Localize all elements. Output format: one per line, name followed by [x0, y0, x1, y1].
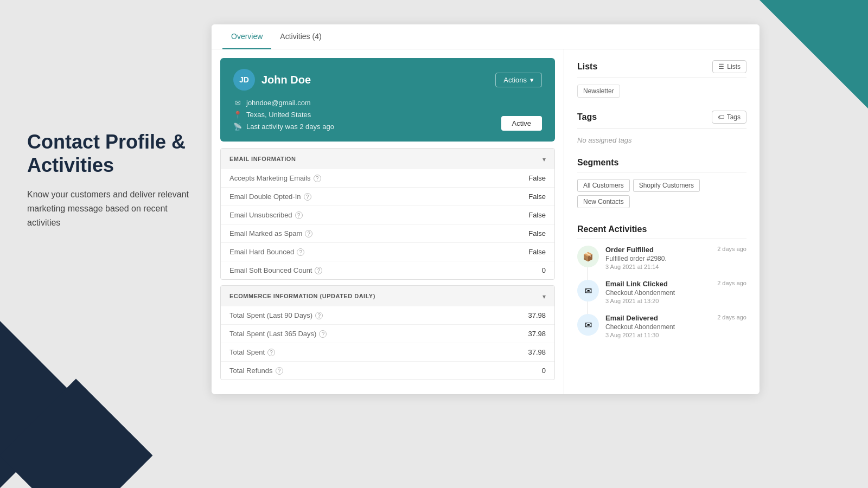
segment-badge[interactable]: All Customers [577, 179, 630, 192]
table-row: Accepts Marketing Emails ? False [221, 169, 554, 188]
hint-icon: ? [319, 330, 327, 338]
tags-btn-label: Tags [727, 113, 741, 121]
decorative-top-right [760, 0, 868, 108]
info-label: Total Refunds ? [229, 367, 283, 375]
activity-time: 2 days ago [717, 246, 746, 252]
activity-date: 3 Aug 2021 at 21:14 [605, 264, 746, 270]
info-value: 37.98 [528, 330, 546, 338]
activity-type-icon: 📦 [577, 246, 599, 267]
table-row: Email Double Opted-In ? False [221, 188, 554, 206]
activity-title: Order Fulfilled [605, 246, 654, 254]
segment-badge[interactable]: Shopify Customers [633, 179, 700, 192]
activity-item: ✉ Email Link Clicked 2 days ago Checkout… [577, 280, 746, 304]
activity-type-icon: ✉ [577, 280, 599, 301]
info-value: 37.98 [528, 311, 546, 319]
tags-button[interactable]: 🏷 Tags [712, 111, 746, 124]
info-label: Total Spent ? [229, 348, 275, 356]
info-label: Email Soft Bounced Count ? [229, 266, 322, 274]
profile-name-row: JD John Doe [233, 69, 311, 91]
chevron-down-icon: ▾ [530, 76, 534, 84]
activity-item: 📦 Order Fulfilled 2 days ago Fulfilled o… [577, 246, 746, 270]
table-row: Total Spent (Last 90 Days) ? 37.98 [221, 306, 554, 325]
actions-button[interactable]: Actions ▾ [495, 73, 542, 87]
list-item[interactable]: Newsletter [577, 85, 620, 98]
info-label: Total Spent (Last 365 Days) ? [229, 330, 327, 338]
profile-location-row: 📍 Texas, United States [233, 110, 542, 119]
table-row: Email Unsubscribed ? False [221, 206, 554, 224]
info-value: False [528, 229, 546, 237]
email-info-section: EMAIL INFORMATION Accepts Marketing Emai… [220, 148, 555, 280]
hint-icon: ? [304, 193, 311, 201]
activity-content: Email Delivered 2 days ago Checkout Abon… [605, 314, 746, 338]
activity-type-icon: ✉ [577, 314, 599, 336]
lists-btn-label: Lists [727, 63, 741, 70]
tags-section: Tags 🏷 Tags No assigned tags [577, 111, 746, 145]
email-info-title: EMAIL INFORMATION [229, 156, 296, 162]
ecommerce-info-header[interactable]: ECOMMERCE INFORMATION (UPDATED DAILY) [221, 286, 554, 306]
profile-card: JD John Doe Actions ▾ ✉ johndoe@gmail.co… [220, 58, 555, 142]
activity-subtitle: Fulfilled order #2980. [605, 255, 746, 262]
activity-header: Order Fulfilled 2 days ago [605, 246, 746, 254]
left-panel: Contact Profile & Activities Know your c… [27, 130, 201, 229]
activity-time: 2 days ago [717, 314, 746, 320]
hint-icon: ? [276, 367, 283, 375]
left-panel-description: Know your customers and deliver relevant… [27, 188, 201, 229]
activity-content: Order Fulfilled 2 days ago Fulfilled ord… [605, 246, 746, 270]
ecommerce-info-title: ECOMMERCE INFORMATION (UPDATED DAILY) [229, 293, 375, 299]
hint-icon: ? [314, 175, 321, 182]
info-label: Email Hard Bounced ? [229, 248, 304, 256]
info-label: Email Double Opted-In ? [229, 192, 311, 201]
segment-badge[interactable]: New Contacts [577, 195, 630, 208]
segments-title: Segments [577, 158, 618, 168]
tags-header: Tags 🏷 Tags [577, 111, 746, 129]
info-value: False [528, 174, 546, 182]
avatar: JD [233, 69, 255, 91]
profile-email-row: ✉ johndoe@gmail.com [233, 98, 542, 107]
profile-last-activity: Last activity was 2 days ago [246, 123, 334, 131]
tab-overview[interactable]: Overview [222, 24, 271, 49]
left-content: JD John Doe Actions ▾ ✉ johndoe@gmail.co… [212, 49, 564, 394]
ecommerce-info-chevron [542, 291, 546, 301]
activity-item: ✉ Email Delivered 2 days ago Checkout Ab… [577, 314, 746, 338]
info-label: Accepts Marketing Emails ? [229, 174, 321, 182]
lists-header: Lists ☰ Lists [577, 60, 746, 78]
hint-icon: ? [315, 267, 322, 274]
right-sidebar: Lists ☰ Lists Newsletter Tags 🏷 Tags [564, 49, 760, 394]
main-content: Overview Activities (4) JD John Doe Acti… [212, 24, 760, 394]
content-layout: JD John Doe Actions ▾ ✉ johndoe@gmail.co… [212, 49, 760, 394]
activity-date: 3 Aug 2021 at 11:30 [605, 332, 746, 338]
list-icon: ☰ [718, 63, 724, 70]
info-label: Email Unsubscribed ? [229, 211, 303, 219]
lists-section: Lists ☰ Lists Newsletter [577, 60, 746, 98]
info-label: Total Spent (Last 90 Days) ? [229, 311, 323, 319]
recent-activities-header: Recent Activities [577, 224, 746, 239]
table-row: Email Marked as Spam ? False [221, 224, 554, 243]
hint-icon: ? [305, 230, 312, 237]
lists-button[interactable]: ☰ Lists [712, 60, 746, 73]
info-value: 0 [542, 266, 546, 274]
activity-icon: 📡 [233, 122, 242, 131]
segments-items: All CustomersShopify CustomersNew Contac… [577, 179, 746, 211]
recent-activities-title: Recent Activities [577, 224, 647, 234]
hint-icon: ? [315, 312, 323, 319]
activity-header: Email Delivered 2 days ago [605, 314, 746, 322]
no-tags-text: No assigned tags [577, 136, 631, 144]
info-value: 37.98 [528, 348, 546, 356]
hint-icon: ? [297, 248, 304, 256]
profile-name: John Doe [261, 74, 311, 86]
tags-title: Tags [577, 112, 597, 122]
left-panel-title: Contact Profile & Activities [27, 130, 201, 177]
activity-title: Email Link Clicked [605, 280, 668, 288]
location-icon: 📍 [233, 110, 242, 119]
activity-subtitle: Checkout Abondenment [605, 289, 746, 297]
activity-header: Email Link Clicked 2 days ago [605, 280, 746, 288]
email-info-rows: Accepts Marketing Emails ? False Email D… [221, 169, 554, 279]
profile-details: ✉ johndoe@gmail.com 📍 Texas, United Stat… [233, 98, 542, 131]
activity-time: 2 days ago [717, 280, 746, 286]
email-info-header[interactable]: EMAIL INFORMATION [221, 149, 554, 169]
recent-activities-section: Recent Activities 📦 Order Fulfilled 2 da… [577, 224, 746, 338]
info-label: Email Marked as Spam ? [229, 229, 312, 237]
tab-activities[interactable]: Activities (4) [271, 24, 330, 49]
ecommerce-info-rows: Total Spent (Last 90 Days) ? 37.98 Total… [221, 306, 554, 380]
email-info-chevron [542, 154, 546, 164]
